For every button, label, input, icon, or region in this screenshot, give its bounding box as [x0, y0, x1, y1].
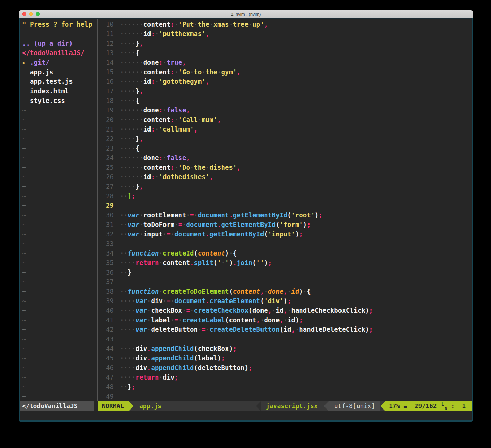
- empty-line-tilde: ~: [20, 182, 97, 191]
- encoding-segment: utf-8[unix]: [329, 401, 380, 411]
- empty-line-tilde: ~: [20, 191, 97, 201]
- command-line[interactable]: [20, 411, 472, 420]
- line-number: 19: [98, 105, 114, 115]
- code-text: ····var·div·=·document.createElement('di…: [114, 296, 291, 306]
- tree-item[interactable]: app.js: [20, 67, 97, 77]
- code-line: 45····div.appendChild(label);: [98, 353, 472, 363]
- code-line: 39····var·div·=·document.createElement('…: [98, 296, 472, 306]
- nerdtree-pane[interactable]: " Press ? for help.. (up a dir)</todoVan…: [20, 19, 97, 401]
- empty-line-tilde: ~: [20, 334, 97, 344]
- empty-line-tilde: ~: [20, 267, 97, 277]
- code-text: ······done:·false,: [114, 105, 190, 115]
- code-line: 11······id:·'putthexmas',: [98, 29, 472, 38]
- line-number: 44: [98, 344, 114, 353]
- tree-item[interactable]: index.html: [20, 86, 97, 96]
- line-number: 38: [98, 287, 114, 296]
- line-number: 46: [98, 363, 114, 372]
- code-line: 40····var·checkBox·=·createCheckbox(done…: [98, 306, 472, 315]
- code-line: 18····{: [98, 96, 472, 105]
- empty-line-tilde: ~: [20, 382, 97, 391]
- code-line: 49: [98, 391, 472, 401]
- empty-line-tilde: ~: [20, 353, 97, 363]
- code-line: 37: [98, 277, 472, 287]
- code-text: ··var·input·=·document.getElementById('i…: [114, 229, 303, 239]
- close-button[interactable]: [22, 12, 26, 16]
- line-number: 15: [98, 67, 114, 77]
- tree-text: " Press ? for help: [20, 19, 97, 29]
- code-line: 47····return·div;: [98, 372, 472, 382]
- code-text: ······id:·'putthexmas',: [114, 29, 209, 38]
- empty-line-tilde: ~: [20, 315, 97, 325]
- tree-text[interactable]: </todoVanillaJS/: [20, 48, 97, 58]
- empty-line-tilde: ~: [20, 344, 97, 353]
- code-line: 10······content:·'Put·the·xmas·tree·up',: [98, 19, 472, 29]
- empty-line-tilde: ~: [20, 143, 97, 153]
- line-number: 36: [98, 267, 114, 277]
- line-number: 22: [98, 134, 114, 143]
- code-text: [114, 391, 120, 401]
- empty-line-tilde: ~: [20, 372, 97, 382]
- line-number: 37: [98, 277, 114, 287]
- line-number: 10: [98, 19, 114, 29]
- code-buffer[interactable]: 10······content:·'Put·the·xmas·tree·up',…: [98, 19, 472, 401]
- empty-line-tilde: ~: [20, 391, 97, 401]
- code-line: 17····},: [98, 86, 472, 96]
- line-number: 28: [98, 191, 114, 201]
- line-number: 20: [98, 115, 114, 124]
- line-number: 49: [98, 391, 114, 401]
- tree-text[interactable]: .. (up a dir): [20, 38, 97, 48]
- line-number: 17: [98, 86, 114, 96]
- titlebar[interactable]: 2. nvim . (nvim): [19, 10, 473, 18]
- empty-line-tilde: ~: [20, 153, 97, 163]
- scroll-percent: 17%: [389, 402, 400, 410]
- zoom-button[interactable]: [36, 12, 40, 16]
- line-number: 23: [98, 143, 114, 153]
- code-text: ··};: [114, 382, 136, 391]
- statusline: </todoVanillaJS NORMAL app.js javascript…: [20, 401, 472, 411]
- line-number: 24: [98, 153, 114, 163]
- tree-item[interactable]: ▸ .git/: [20, 58, 97, 67]
- empty-line-tilde: ~: [20, 163, 97, 172]
- empty-line-tilde: ~: [20, 239, 97, 248]
- code-text: ··function·createId(content)·{: [114, 248, 237, 258]
- tree-item[interactable]: app.test.js: [20, 77, 97, 86]
- code-line: 41····var·label·=·createLabel(content,·d…: [98, 315, 472, 325]
- code-line: 12····},: [98, 38, 472, 48]
- minimize-button[interactable]: [29, 12, 33, 16]
- code-line: 22····},: [98, 134, 472, 143]
- empty-line-tilde: ~: [20, 201, 97, 210]
- code-line: 34··function·createId(content)·{: [98, 248, 472, 258]
- code-text: ······done:·false,: [114, 153, 190, 163]
- tree-text: [20, 29, 97, 38]
- line-number: 39: [98, 296, 114, 306]
- statusline-fill: [167, 401, 256, 411]
- line-number: 25: [98, 163, 114, 172]
- code-text: ····{: [114, 143, 139, 153]
- code-line: 21······id:·'callmum',: [98, 124, 472, 134]
- line-number: 41: [98, 315, 114, 325]
- code-text: ····div.appendChild(label);: [114, 353, 225, 363]
- code-text: [114, 201, 120, 210]
- line-number: 21: [98, 124, 114, 134]
- code-text: ······content:·'Do·the·dishes',: [114, 163, 241, 172]
- code-line: 15······content:·'Go·to·the·gym',: [98, 67, 472, 77]
- code-text: ··var·rootElement·=·document.getElementB…: [114, 210, 322, 220]
- code-text: ····div.appendChild(deleteButton);: [114, 363, 252, 372]
- code-text: ··}: [114, 267, 131, 277]
- code-line: 38··function·createToDoElement(content,·…: [98, 287, 472, 296]
- code-text: ····{: [114, 48, 139, 58]
- line-number: 31: [98, 220, 114, 229]
- line-number: 34: [98, 248, 114, 258]
- code-text: ······content:·'Go·to·the·gym',: [114, 67, 241, 77]
- empty-line-tilde: ~: [20, 115, 97, 124]
- line-number: 11: [98, 29, 114, 38]
- code-line: 44····div.appendChild(checkBox);: [98, 344, 472, 353]
- code-line: 30··var·rootElement·=·document.getElemen…: [98, 210, 472, 220]
- code-line: 36··}: [98, 267, 472, 277]
- powerline-arrow-icon: [380, 401, 385, 411]
- line-number: 48: [98, 382, 114, 391]
- code-line: 24······done:·false,: [98, 153, 472, 163]
- tree-item[interactable]: style.css: [20, 96, 97, 105]
- code-line: 28··];: [98, 191, 472, 201]
- code-text: ····return·content.split('·').join('');: [114, 258, 272, 267]
